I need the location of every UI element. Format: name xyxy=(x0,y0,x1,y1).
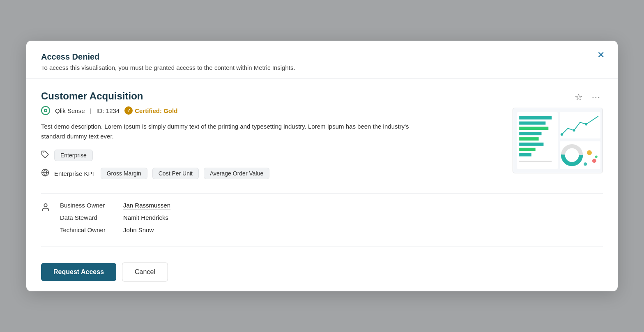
access-denied-title: Access Denied xyxy=(41,52,603,62)
svg-point-23 xyxy=(584,162,587,166)
content-actions: ☆ ··· xyxy=(574,92,603,103)
owners-section: Business Owner Jan Rassmussen Data Stewa… xyxy=(41,202,603,247)
name-business-owner: Jan Rassmussen xyxy=(123,202,170,210)
role-technical-owner: Technical Owner xyxy=(60,226,113,233)
enterprise-tag: Enterprise xyxy=(54,150,93,161)
owner-entry-business: Business Owner Jan Rassmussen xyxy=(60,202,170,210)
modal: Access Denied To access this visualisati… xyxy=(26,41,618,291)
meta-row: Qlik Sense | ID: 1234 ✓ Certified: Gold xyxy=(41,106,503,115)
more-options-button[interactable]: ··· xyxy=(589,92,603,103)
svg-point-22 xyxy=(592,159,596,163)
certified-badge: ✓ Certified: Gold xyxy=(124,106,177,115)
svg-point-16 xyxy=(573,129,575,131)
svg-rect-11 xyxy=(519,148,536,151)
svg-point-15 xyxy=(561,133,563,136)
access-denied-subtitle: To access this visualisation, you must b… xyxy=(41,64,603,71)
kpi-label: Enterprise KPI xyxy=(54,170,94,177)
svg-rect-13 xyxy=(519,161,552,162)
svg-rect-8 xyxy=(519,132,541,135)
svg-rect-7 xyxy=(519,127,548,130)
kpi-row: Enterprise KPI Gross Margin Cost Per Uni… xyxy=(41,168,503,179)
svg-point-17 xyxy=(585,123,587,126)
name-data-steward: Namit Hendricks xyxy=(123,214,168,222)
modal-body: Customer Acquisition Qlik Sense | ID: 12… xyxy=(26,79,618,247)
right-panel: ☆ ··· xyxy=(513,90,603,173)
request-access-button[interactable]: Request Access xyxy=(41,263,116,281)
divider-1 xyxy=(41,193,603,194)
cancel-button[interactable]: Cancel xyxy=(122,263,168,281)
svg-rect-5 xyxy=(519,116,552,120)
certified-label: Certified: Gold xyxy=(135,107,177,114)
qlik-icon-inner xyxy=(44,109,47,112)
svg-rect-6 xyxy=(519,122,545,125)
role-data-steward: Data Steward xyxy=(60,214,113,221)
favorite-button[interactable]: ☆ xyxy=(574,92,584,103)
owner-entry-data-steward: Data Steward Namit Hendricks xyxy=(60,214,170,222)
svg-rect-10 xyxy=(519,143,543,146)
divider-2 xyxy=(41,247,603,247)
modal-header: Access Denied To access this visualisati… xyxy=(26,41,618,79)
role-business-owner: Business Owner xyxy=(60,202,113,209)
id-label: ID: 1234 xyxy=(96,107,120,114)
content-thumbnail xyxy=(513,108,603,173)
source-label: Qlik Sense xyxy=(55,107,85,114)
close-button[interactable]: ✕ xyxy=(597,51,605,60)
svg-rect-9 xyxy=(519,137,538,141)
modal-footer: Request Access Cancel xyxy=(26,255,618,291)
globe-icon xyxy=(41,168,49,179)
modal-overlay: Access Denied To access this visualisati… xyxy=(0,0,644,332)
svg-point-25 xyxy=(44,204,47,207)
owner-row: Business Owner Jan Rassmussen Data Stewa… xyxy=(41,202,603,234)
content-row: Customer Acquisition Qlik Sense | ID: 12… xyxy=(41,90,603,189)
kpi-tag-cost-per-unit: Cost Per Unit xyxy=(152,168,199,179)
qlik-icon xyxy=(41,106,50,115)
svg-point-21 xyxy=(587,150,592,155)
content-main: Customer Acquisition Qlik Sense | ID: 12… xyxy=(41,90,503,189)
svg-rect-12 xyxy=(519,153,531,157)
svg-rect-14 xyxy=(560,112,600,138)
meta-divider: | xyxy=(90,107,92,114)
person-icon xyxy=(41,203,50,214)
owner-entry-technical-owner: Technical Owner John Snow xyxy=(60,226,170,234)
owner-entries: Business Owner Jan Rassmussen Data Stewa… xyxy=(60,202,170,234)
tag-icon xyxy=(41,150,49,161)
name-technical-owner: John Snow xyxy=(123,226,154,234)
tags-row: Enterprise xyxy=(41,150,503,161)
certified-icon: ✓ xyxy=(124,106,133,115)
content-title: Customer Acquisition xyxy=(41,90,503,102)
kpi-tag-average-order-value: Average Order Value xyxy=(204,168,269,179)
kpi-tag-gross-margin: Gross Margin xyxy=(101,168,147,179)
svg-point-24 xyxy=(595,156,598,158)
description: Test demo description. Lorem Ipsum is si… xyxy=(41,122,411,141)
